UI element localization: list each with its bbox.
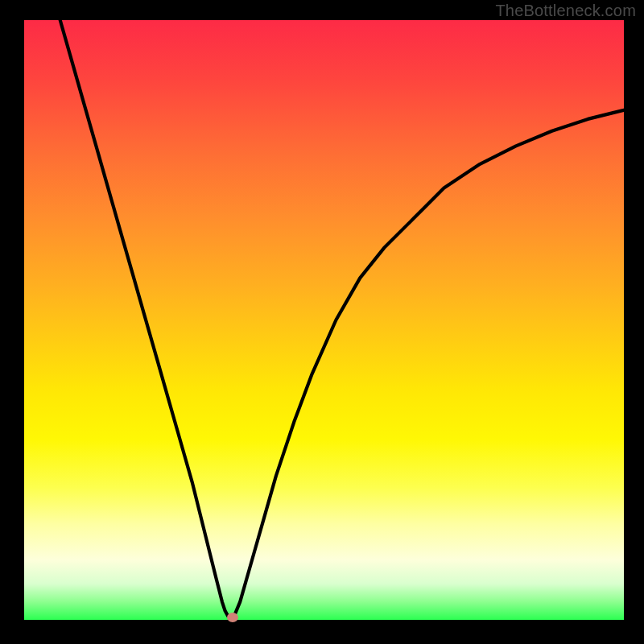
plot-area xyxy=(24,20,624,620)
bottleneck-curve xyxy=(24,20,624,620)
optimum-marker xyxy=(227,613,238,622)
watermark-text: TheBottleneck.com xyxy=(495,2,636,20)
chart-frame: TheBottleneck.com xyxy=(0,0,644,644)
